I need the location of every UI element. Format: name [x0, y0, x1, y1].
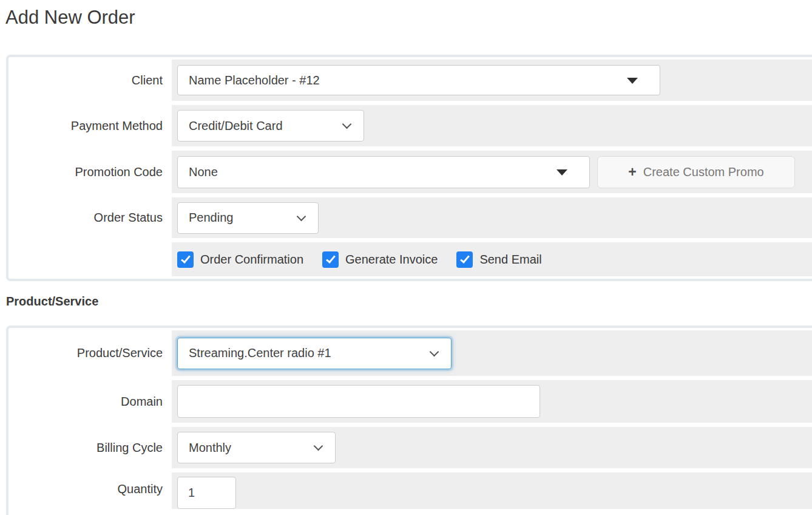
client-field-area: Name Placeholder - #12 — [172, 60, 812, 101]
order-status-field-area: Pending — [172, 197, 812, 238]
checkbox-label: Order Confirmation — [200, 253, 303, 267]
caret-down-icon — [557, 169, 567, 176]
row-order-status: Order Status Pending — [8, 197, 812, 238]
chevron-down-icon — [297, 211, 306, 221]
order-form-panel: Client Name Placeholder - #12 Payment Me… — [6, 55, 812, 281]
row-payment-method: Payment Method Credit/Debit Card — [8, 105, 812, 146]
order-options-field-area: Order Confirmation Generate Invoice Send… — [172, 242, 812, 276]
product-service-label: Product/Service — [8, 330, 172, 376]
create-custom-promo-label: Create Custom Promo — [643, 165, 764, 179]
row-order-options: Order Confirmation Generate Invoice Send… — [8, 242, 812, 276]
product-service-heading: Product/Service — [6, 295, 812, 309]
promotion-code-value: None — [189, 165, 218, 179]
add-new-order-page: Add New Order Client Name Placeholder - … — [0, 6, 812, 515]
checkbox-send-email[interactable]: Send Email — [456, 251, 541, 268]
checkmark-icon — [326, 253, 336, 264]
row-product-service: Product/Service Streaming.Center radio #… — [8, 330, 812, 376]
quantity-input[interactable] — [177, 477, 236, 509]
client-dropdown-value: Name Placeholder - #12 — [189, 73, 320, 87]
billing-cycle-field-area: Monthly — [172, 427, 812, 468]
row-billing-cycle: Billing Cycle Monthly — [8, 427, 812, 468]
checkbox-label: Send Email — [479, 253, 541, 267]
row-client: Client Name Placeholder - #12 — [8, 60, 812, 101]
checkbox-generate-invoice[interactable]: Generate Invoice — [322, 251, 438, 268]
client-dropdown[interactable]: Name Placeholder - #12 — [177, 65, 660, 95]
payment-method-label: Payment Method — [8, 105, 172, 146]
page-title: Add New Order — [5, 6, 812, 29]
checkbox-checked-icon[interactable] — [322, 251, 339, 268]
create-custom-promo-button[interactable]: + Create Custom Promo — [597, 156, 795, 188]
client-label: Client — [8, 60, 172, 101]
product-service-panel: Product/Service Streaming.Center radio #… — [6, 326, 812, 515]
promotion-code-field-area: None + Create Custom Promo — [172, 151, 812, 193]
domain-input[interactable] — [177, 385, 540, 418]
billing-cycle-select[interactable]: Monthly — [177, 432, 336, 463]
order-status-label: Order Status — [8, 197, 172, 238]
product-service-select[interactable]: Streaming.Center radio #1 — [177, 338, 452, 369]
domain-field-area — [172, 380, 812, 423]
payment-method-value: Credit/Debit Card — [189, 119, 283, 133]
quantity-field-area — [172, 472, 812, 509]
row-quantity: Quantity — [8, 472, 812, 515]
chevron-down-icon — [342, 120, 352, 129]
row-label-spacer — [8, 242, 172, 276]
caret-down-icon — [627, 78, 638, 84]
checkbox-label: Generate Invoice — [345, 253, 438, 267]
chevron-down-icon — [430, 347, 439, 356]
checkmark-icon — [181, 253, 191, 264]
product-service-field-area: Streaming.Center radio #1 — [172, 330, 812, 376]
checkbox-checked-icon[interactable] — [177, 251, 194, 268]
checkmark-icon — [460, 253, 470, 264]
order-options-group: Order Confirmation Generate Invoice Send… — [177, 251, 542, 268]
quantity-label: Quantity — [8, 472, 172, 496]
payment-method-select[interactable]: Credit/Debit Card — [177, 110, 364, 142]
promotion-code-label: Promotion Code — [8, 151, 172, 193]
domain-label: Domain — [8, 380, 172, 423]
row-promotion-code: Promotion Code None + Create Custom Prom… — [8, 151, 812, 193]
order-status-value: Pending — [189, 211, 233, 225]
row-domain: Domain — [8, 380, 812, 423]
billing-cycle-value: Monthly — [189, 441, 231, 455]
chevron-down-icon — [314, 442, 323, 451]
order-status-select[interactable]: Pending — [177, 202, 319, 234]
promotion-code-dropdown[interactable]: None — [177, 156, 590, 188]
checkbox-order-confirmation[interactable]: Order Confirmation — [177, 251, 303, 268]
billing-cycle-label: Billing Cycle — [8, 427, 172, 468]
plus-icon: + — [628, 165, 636, 179]
checkbox-checked-icon[interactable] — [456, 251, 473, 268]
payment-method-field-area: Credit/Debit Card — [172, 105, 812, 146]
product-service-value: Streaming.Center radio #1 — [189, 346, 331, 360]
